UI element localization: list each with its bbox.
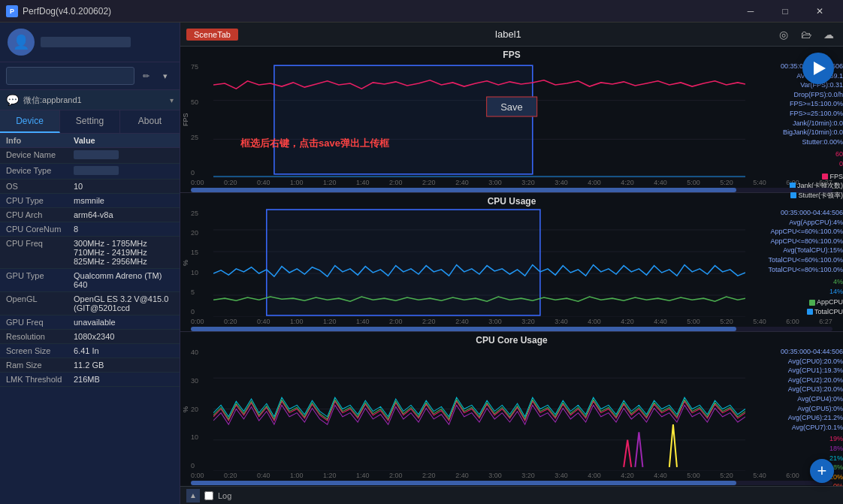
tab-about[interactable]: About	[120, 110, 180, 133]
search-input[interactable]	[6, 67, 134, 85]
charts-area: FPS FPS 75 50 25 0	[180, 47, 843, 486]
log-checkbox[interactable]	[204, 491, 213, 500]
info-label-gpu-freq: GPU Freq	[6, 318, 74, 327]
tab-device[interactable]: Device	[0, 110, 60, 133]
search-row: ✏ ▾	[0, 62, 180, 90]
cpu-usage-stats: 00:35:000-04:44:506 Avg(AppCPU):4% AppCP…	[745, 208, 843, 317]
info-table: Info Value Device Name Device Type OS 10…	[0, 134, 180, 504]
scene-tab-label[interactable]: SceneTab	[186, 29, 238, 41]
fps-svg	[213, 62, 745, 178]
info-label-cpu-arch: CPU Arch	[6, 210, 74, 219]
info-label-device-type: Device Type	[6, 166, 74, 175]
minimize-button[interactable]: ─	[733, 0, 768, 23]
close-button[interactable]: ✕	[802, 0, 837, 23]
maximize-button[interactable]: □	[768, 0, 802, 23]
info-value-ram-size: 11.2 GB	[74, 361, 174, 370]
info-row-lmk: LMK Threshold 216MB	[0, 373, 180, 387]
wechat-icon: 💬	[6, 94, 19, 106]
cpu-usage-inner: % 25 20 15 10 5 0	[180, 208, 843, 317]
cpu-core-svg	[213, 347, 745, 471]
avatar: 👤	[8, 29, 35, 56]
fps-y-axis: FPS	[180, 62, 191, 178]
cpu-core-title: CPU Core Usage	[180, 335, 843, 346]
fps-scrollbar[interactable]	[191, 188, 832, 192]
info-value-lmk: 216MB	[74, 375, 174, 384]
info-value-device-name	[74, 150, 174, 161]
cloud-icon[interactable]: ☁	[820, 26, 837, 43]
info-row-ram-size: Ram Size 11.2 GB	[0, 358, 180, 373]
top-toolbar: SceneTab label1 ◎ 🗁 ☁	[180, 23, 843, 47]
wechat-arrow-icon: ▾	[170, 96, 174, 104]
info-label-cpu-type: CPU Type	[6, 196, 74, 205]
info-value-gpu-type: Qualcomm Adreno (TM) 640	[74, 271, 174, 289]
cpu-usage-scrollbar[interactable]	[191, 327, 832, 331]
user-name-block	[41, 37, 131, 47]
app-title: PerfDog(v4.0.200602)	[23, 6, 111, 17]
avatar-row: 👤	[0, 23, 180, 62]
info-value-cpu-corenum: 8	[74, 225, 174, 234]
cpu-usage-svg-area: 25 20 15 10 5 0	[191, 208, 843, 317]
title-bar-controls: ─ □ ✕	[733, 0, 837, 23]
folder-icon[interactable]: 🗁	[798, 26, 814, 43]
chevron-down-icon[interactable]: ▾	[157, 68, 174, 84]
tab-row: Device Setting About	[0, 110, 180, 134]
cpu-usage-title: CPU Usage	[180, 196, 843, 207]
info-row-device-name: Device Name	[0, 148, 180, 164]
info-value-screen-size: 6.41 In	[74, 346, 174, 355]
scroll-up-button[interactable]: ▲	[186, 489, 200, 502]
add-button[interactable]: +	[810, 459, 834, 483]
fps-chart-inner: FPS 75 50 25 0	[180, 62, 843, 178]
cpu-usage-time-axis: 0:000:200:401:001:201:402:002:202:403:00…	[180, 317, 843, 326]
cpu-usage-svg	[213, 208, 745, 317]
info-label-lmk: LMK Threshold	[6, 375, 74, 384]
cpu-usage-chart: CPU Usage % 25 20 15 10 5 0	[180, 193, 843, 332]
log-label: Log	[218, 491, 231, 500]
cpu-core-usage-chart: CPU Core Usage % 40 30 20 10 0	[180, 332, 843, 486]
info-row-cpu-arch: CPU Arch arm64-v8a	[0, 208, 180, 222]
play-button[interactable]	[802, 53, 834, 84]
info-value-device-type	[74, 166, 174, 177]
info-row-cpu-corenum: CPU CoreNum 8	[0, 222, 180, 237]
info-value-os: 10	[74, 182, 174, 191]
info-label-ram-size: Ram Size	[6, 361, 74, 370]
col-value-header: Value	[74, 136, 174, 145]
wechat-row[interactable]: 💬 微信:appbrand1 ▾	[0, 90, 180, 110]
info-row-gpu-type: GPU Type Qualcomm Adreno (TM) 640	[0, 269, 180, 292]
info-value-cpu-type: msmnile	[74, 196, 174, 205]
app-icon: P	[6, 5, 18, 17]
info-label-resolution: Resolution	[6, 332, 74, 341]
bottom-bar: ▲ Log	[180, 486, 843, 504]
info-row-os: OS 10	[0, 180, 180, 194]
fps-svg-area: 75 50 25 0	[191, 62, 843, 178]
info-row-cpu-freq: CPU Freq 300MHz - 1785MHz 710MHz - 2419M…	[0, 237, 180, 269]
info-label-os: OS	[6, 182, 74, 191]
right-panel: SceneTab label1 ◎ 🗁 ☁ FPS FPS	[180, 23, 843, 504]
svg-rect-3	[274, 65, 533, 174]
info-value-gpu-freq: unavailable	[74, 318, 174, 327]
info-value-cpu-arch: arm64-v8a	[74, 210, 174, 219]
tab-setting[interactable]: Setting	[60, 110, 120, 133]
label1-text: label1	[244, 29, 772, 40]
title-bar: P PerfDog(v4.0.200602) ─ □ ✕	[0, 0, 843, 23]
sidebar: 👤 ✏ ▾ 💬 微信:appbrand1 ▾ Device Setting Ab…	[0, 23, 180, 504]
cpu-usage-y-axis: %	[180, 208, 191, 317]
info-value-resolution: 1080x2340	[74, 332, 174, 341]
info-label-opengl: OpenGL	[6, 294, 74, 303]
location-icon[interactable]: ◎	[775, 26, 792, 43]
fps-chart-title: FPS	[180, 50, 843, 60]
cpu-core-time-axis: 0:000:200:401:001:201:402:002:202:403:00…	[180, 471, 843, 480]
play-icon	[814, 62, 826, 75]
info-label-cpu-freq: CPU Freq	[6, 239, 74, 248]
fps-chart: FPS FPS 75 50 25 0	[180, 47, 843, 193]
cpu-core-scrollbar[interactable]	[191, 481, 832, 485]
main-container: 👤 ✏ ▾ 💬 微信:appbrand1 ▾ Device Setting Ab…	[0, 23, 843, 504]
save-button[interactable]: Save	[486, 97, 537, 117]
toolbar-icons: ◎ 🗁 ☁	[775, 26, 837, 43]
edit-icon[interactable]: ✏	[137, 68, 154, 84]
fps-time-axis: 0:000:200:401:001:201:402:002:202:403:00…	[180, 178, 843, 187]
info-row-resolution: Resolution 1080x2340	[0, 330, 180, 344]
col-info-header: Info	[6, 136, 74, 145]
info-value-opengl: OpenGL ES 3.2 V@415.0 (GIT@5201ccd	[74, 294, 174, 312]
wechat-label: 微信:appbrand1	[23, 95, 165, 106]
info-label-screen-size: Screen Size	[6, 346, 74, 355]
